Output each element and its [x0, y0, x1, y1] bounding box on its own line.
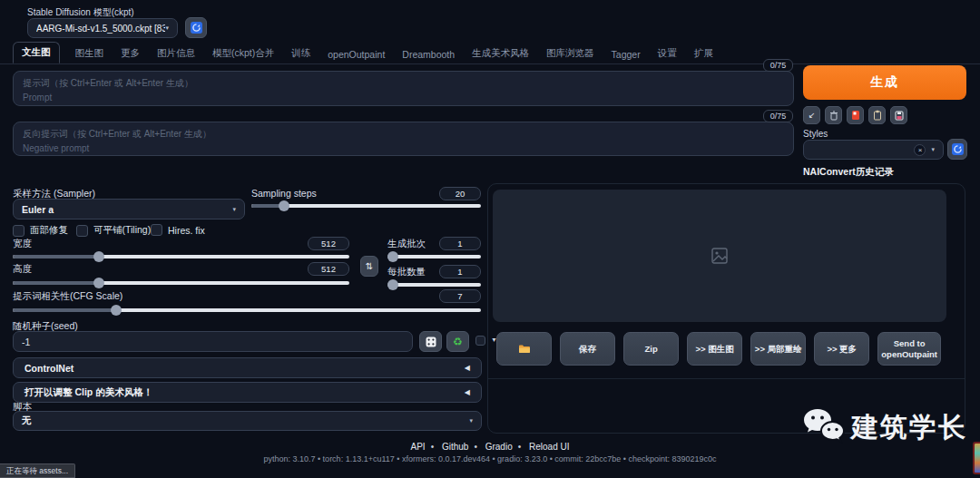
styles-clear-icon[interactable]: ×: [914, 144, 926, 156]
tab-train[interactable]: 训练: [289, 44, 312, 63]
tab-extensions[interactable]: 扩展: [692, 44, 715, 63]
batch-count-value[interactable]: 1: [439, 237, 481, 250]
image-placeholder-icon: [711, 248, 728, 264]
trash-icon: [829, 111, 838, 121]
tab-aesthetic[interactable]: 生成美术风格: [470, 44, 531, 63]
script-dropdown[interactable]: 无 ▾: [13, 411, 482, 431]
recycle-icon: ♻: [453, 336, 463, 348]
footer-link-gradio[interactable]: Gradio: [485, 442, 513, 452]
steps-value[interactable]: 20: [439, 187, 481, 200]
edge-widget[interactable]: [973, 442, 980, 474]
footer-link-api[interactable]: API: [411, 442, 426, 452]
open-folder-button[interactable]: [496, 332, 552, 366]
styles-label: Styles: [803, 129, 828, 139]
steps-slider[interactable]: [251, 200, 481, 211]
refresh-icon: [191, 22, 202, 34]
styles-refresh-button[interactable]: [947, 139, 967, 160]
generate-button[interactable]: 生成: [803, 65, 966, 100]
save-button[interactable]: 保存: [560, 332, 615, 366]
model-label: Stable Diffusion 模型(ckpt): [27, 6, 134, 19]
watermark: 建筑学长: [802, 407, 967, 447]
cfg-scale-slider[interactable]: [13, 305, 481, 316]
styles-dropdown[interactable]: × ▾: [803, 140, 944, 160]
steps-label: Sampling steps: [251, 188, 317, 199]
controlnet-accordion[interactable]: ControlNet ◀: [13, 357, 482, 378]
tab-img2img[interactable]: 图生图: [74, 44, 106, 63]
model-refresh-button[interactable]: [185, 17, 207, 38]
width-value[interactable]: 512: [308, 237, 349, 250]
chevron-down-icon: ▾: [232, 206, 236, 213]
footer-versions: python: 3.10.7 • torch: 1.13.1+cu117 • x…: [0, 454, 980, 463]
negative-prompt-placeholder: 反向提示词（按 Ctrl+Enter 或 Alt+Enter 生成）: [23, 128, 784, 141]
sampler-dropdown[interactable]: Euler a ▾: [13, 199, 245, 219]
tabbar-underline: [0, 63, 980, 64]
clipboard-icon: [873, 110, 882, 121]
send-to-extras-button[interactable]: >> 更多: [814, 332, 869, 366]
reuse-seed-button[interactable]: ♻: [446, 331, 469, 352]
restore-faces-option: 面部修复: [13, 224, 68, 237]
tab-dreambooth[interactable]: Dreambooth: [400, 45, 456, 63]
main-tabbar: 文生图 图生图 更多 图片信息 模型(ckpt)合并 训练 openOutpai…: [13, 44, 715, 63]
clip-aesthetic-label: 打开以调整 Clip 的美术风格！: [24, 386, 152, 399]
naiconvert-history-label[interactable]: NAIConvert历史记录: [803, 166, 894, 179]
swap-icon: ⇅: [366, 261, 373, 271]
model-dropdown-value: AARG-Mi-sd-v1.5_5000.ckpt [8390219c0c]: [36, 24, 165, 34]
tab-image-browser[interactable]: 图库浏览器: [544, 44, 596, 63]
negative-prompt-token-counter: 0/75: [763, 110, 793, 122]
footer-link-github[interactable]: Github: [442, 442, 468, 452]
save-style-button[interactable]: [890, 106, 907, 124]
hires-fix-label: Hires. fix: [168, 225, 205, 236]
batch-size-value[interactable]: 1: [439, 265, 481, 278]
chevron-down-icon: ▾: [469, 417, 473, 424]
accordion-arrow-icon: ◀: [465, 364, 470, 372]
random-seed-button[interactable]: [419, 331, 442, 352]
browser-status-tooltip: 正在等待 assets...: [0, 463, 75, 478]
tab-settings[interactable]: 设置: [656, 44, 679, 63]
batch-size-label: 每批数量: [387, 266, 426, 278]
output-actions: 保存 Zip >> 图生图 >> 局部重绘 >> 更多 Send to open…: [496, 332, 941, 366]
read-parameters-button[interactable]: ↙: [803, 106, 820, 124]
card-icon: [851, 110, 860, 121]
prompt-token-counter: 0/75: [763, 59, 793, 72]
zip-button[interactable]: Zip: [623, 332, 679, 366]
height-value[interactable]: 512: [308, 262, 349, 276]
clear-prompt-button[interactable]: [825, 106, 842, 124]
dice-icon: [426, 337, 436, 347]
restore-faces-checkbox[interactable]: [13, 225, 24, 237]
seed-input[interactable]: [13, 331, 413, 352]
send-to-openoutpaint-button[interactable]: Send to openOutpaint: [877, 332, 941, 366]
footer-separator: •: [431, 442, 435, 452]
clip-aesthetic-accordion[interactable]: 打开以调整 Clip 的美术风格！ ◀: [13, 382, 482, 403]
tab-tagger[interactable]: Tagger: [610, 45, 642, 63]
folder-icon: [518, 344, 531, 354]
cfg-scale-value[interactable]: 7: [439, 289, 481, 303]
height-slider[interactable]: [13, 278, 349, 288]
hires-fix-checkbox[interactable]: [151, 224, 162, 236]
batch-count-slider[interactable]: [387, 251, 481, 262]
prompt-tools: ↙: [803, 106, 907, 124]
apply-styles-button[interactable]: [868, 106, 886, 124]
tiling-checkbox[interactable]: [76, 225, 88, 237]
footer-link-reload-ui[interactable]: Reload UI: [529, 442, 569, 452]
extra-networks-button[interactable]: [847, 106, 864, 124]
tab-checkpoint-merger[interactable]: 模型(ckpt)合并: [211, 44, 276, 63]
swap-dimensions-button[interactable]: ⇅: [360, 256, 378, 277]
model-dropdown[interactable]: AARG-Mi-sd-v1.5_5000.ckpt [8390219c0c] ▾: [27, 18, 178, 38]
send-to-img2img-button[interactable]: >> 图生图: [687, 332, 742, 366]
prompt-input[interactable]: 提示词（按 Ctrl+Enter 或 Alt+Enter 生成） Prompt: [13, 71, 794, 106]
send-to-inpaint-button[interactable]: >> 局部重绘: [750, 332, 806, 366]
arrow-down-left-icon: ↙: [808, 111, 816, 120]
tiling-option: 可平铺(Tiling): [76, 224, 151, 237]
tab-extras[interactable]: 更多: [119, 44, 142, 63]
width-slider[interactable]: [13, 251, 349, 262]
tab-txt2img[interactable]: 文生图: [13, 42, 60, 63]
height-label: 高度: [13, 263, 32, 276]
footer-separator: •: [518, 442, 522, 452]
tab-openoutpaint[interactable]: openOutpaint: [326, 45, 387, 63]
tab-png-info[interactable]: 图片信息: [155, 44, 197, 63]
image-preview[interactable]: [493, 190, 946, 322]
extra-seed-checkbox[interactable]: [475, 336, 485, 346]
prompt-placeholder-en: Prompt: [23, 93, 784, 102]
restore-faces-label: 面部修复: [30, 224, 68, 237]
negative-prompt-input[interactable]: 反向提示词（按 Ctrl+Enter 或 Alt+Enter 生成） Negat…: [13, 122, 794, 156]
